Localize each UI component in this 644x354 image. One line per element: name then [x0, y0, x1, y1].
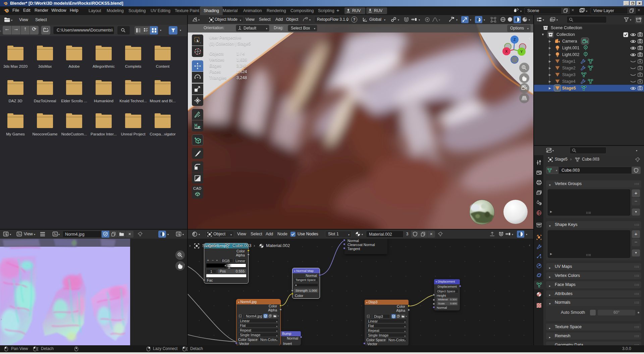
svg-text:X: X — [505, 49, 508, 53]
svg-text:Y: Y — [520, 50, 523, 54]
svg-text:Z: Z — [514, 38, 516, 42]
